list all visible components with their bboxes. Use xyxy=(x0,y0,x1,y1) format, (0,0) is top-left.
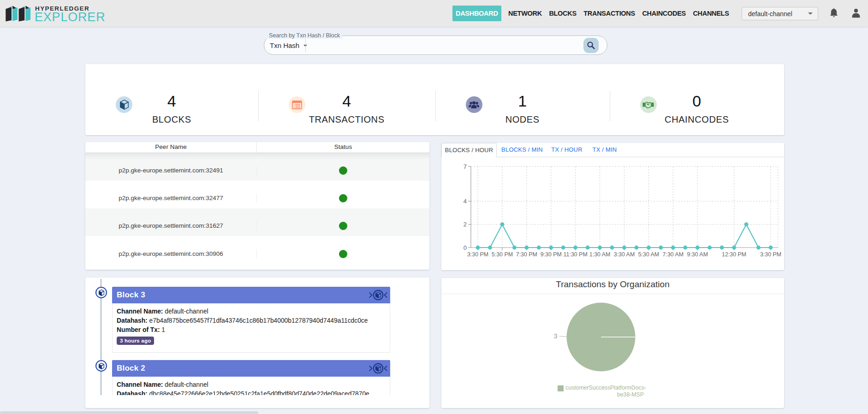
timeline-cube-badge-icon xyxy=(95,287,107,298)
svg-text:7:30 PM: 7:30 PM xyxy=(516,251,537,258)
pie-legend-label[interactable]: customerSuccessPlatformDocs-be38-MSP xyxy=(565,384,644,398)
block-card-header[interactable]: Block 2 xyxy=(112,360,390,377)
stat-divider xyxy=(258,91,259,121)
block-list-panel: Block 3Channel Name: default-channelData… xyxy=(85,278,429,408)
peer-name-cell: p2p.gke-europe.settlemint.com:32477 xyxy=(85,194,257,203)
stat-card-blocks: 4BLOCKS xyxy=(85,64,258,135)
svg-text:9:30 AM: 9:30 AM xyxy=(687,251,708,258)
nav-item-dashboard[interactable]: DASHBOARD xyxy=(452,6,501,21)
peer-name-column-header: Peer Name xyxy=(85,142,257,153)
stat-label-chaincodes: CHAINCODES xyxy=(642,114,752,124)
hyperledger-logo-icon xyxy=(6,5,31,24)
notifications-bell-icon[interactable] xyxy=(829,8,839,21)
peer-name-cell: p2p.gke-europe.settlemint.com:31627 xyxy=(85,221,257,231)
stats-summary-panel: 4BLOCKS 4TRANSACTIONS 1NODES 0CHAINCODES xyxy=(85,64,784,135)
stat-divider xyxy=(610,91,610,121)
svg-text:5:30 PM: 5:30 PM xyxy=(492,251,513,258)
stat-card-chaincodes: 0CHAINCODES xyxy=(610,64,784,135)
peer-table-row[interactable]: p2p.gke-europe.settlemint.com:32477 xyxy=(85,181,429,208)
chart-tab-blocks-min[interactable]: BLOCKS / MIN xyxy=(501,143,543,157)
stat-label-blocks: BLOCKS xyxy=(116,114,227,124)
stat-card-transactions: 4TRANSACTIONS xyxy=(258,64,435,135)
peer-status-cell xyxy=(257,221,429,231)
stat-value-transactions: 4 xyxy=(291,93,402,109)
block-card-body: Channel Name: default-channelDatahash: d… xyxy=(112,377,390,395)
status-up-dot-icon xyxy=(339,250,347,258)
stat-label-transactions: TRANSACTIONS xyxy=(291,114,402,124)
blocks-per-hour-line-chart: 02473:30 PM5:30 PM7:30 PM9:30 PM11:30 PM… xyxy=(441,157,784,270)
search-icon xyxy=(587,41,595,50)
nav-item-transactions[interactable]: TRANSACTIONS xyxy=(583,10,635,17)
svg-text:4: 4 xyxy=(464,198,467,205)
svg-text:5:30 AM: 5:30 AM xyxy=(638,251,659,258)
stat-value-chaincodes: 0 xyxy=(642,93,752,109)
stat-label-nodes: NODES xyxy=(467,114,578,124)
status-column-header: Status xyxy=(257,142,429,153)
status-up-dot-icon xyxy=(339,222,347,230)
block-channel-line: Channel Name: default-channel xyxy=(117,380,390,390)
nav-item-chaincodes[interactable]: CHAINCODES xyxy=(642,10,685,17)
main-navigation: DASHBOARDNETWORKBLOCKSTRANSACTIONSCHAINC… xyxy=(452,0,729,27)
peer-status-cell xyxy=(257,249,429,259)
svg-text:11:30 PM: 11:30 PM xyxy=(564,251,588,258)
top-navbar: HYPERLEDGER EXPLORER DASHBOARDNETWORKBLO… xyxy=(0,0,868,27)
block-channel-line: Channel Name: default-channel xyxy=(117,307,390,316)
svg-text:7:30 AM: 7:30 AM xyxy=(663,251,684,258)
channel-select[interactable]: default-channel xyxy=(742,7,818,20)
block-datahash-line: Datahash: e7b4af875bce65457f71dfa43746c1… xyxy=(117,316,390,325)
horizontal-scrollbar-thumb[interactable] xyxy=(0,411,258,414)
svg-text:3: 3 xyxy=(553,332,557,340)
transactions-by-org-panel: Transactions by Organization 3 customerS… xyxy=(441,278,784,408)
status-up-dot-icon xyxy=(339,194,347,202)
svg-text:12:30 PM: 12:30 PM xyxy=(722,251,746,258)
block-card-header[interactable]: Block 3 xyxy=(112,287,390,303)
svg-text:3:30 PM: 3:30 PM xyxy=(467,251,488,258)
status-up-dot-icon xyxy=(339,166,347,175)
search-divider xyxy=(305,38,306,52)
block-expand-cube-icon[interactable] xyxy=(368,289,389,303)
user-avatar-icon[interactable] xyxy=(851,8,861,21)
chart-tab-tx-min[interactable]: TX / MIN xyxy=(587,143,622,157)
stat-value-blocks: 4 xyxy=(116,93,227,109)
search-button[interactable] xyxy=(583,38,599,53)
stat-divider xyxy=(435,91,436,121)
block-numtx-line: Number of Tx: 1 xyxy=(117,325,390,335)
peer-name-cell: p2p.gke-europe.settlemint.com:32491 xyxy=(85,166,257,175)
peer-table-row[interactable]: p2p.gke-europe.settlemint.com:30906 xyxy=(85,237,429,264)
svg-text:9:30 PM: 9:30 PM xyxy=(541,251,562,258)
peer-status-cell xyxy=(257,194,429,203)
svg-text:0: 0 xyxy=(464,244,467,251)
search-input[interactable] xyxy=(310,36,578,54)
block-card-body: Channel Name: default-channelDatahash: e… xyxy=(112,303,390,353)
svg-text:3:30 AM: 3:30 AM xyxy=(614,251,635,258)
stat-value-nodes: 1 xyxy=(467,93,578,109)
nav-item-network[interactable]: NETWORK xyxy=(508,10,542,17)
block-age-badge: 3 hours ago xyxy=(117,337,154,345)
nav-item-channels[interactable]: CHANNELS xyxy=(693,10,729,17)
search-type-dropdown[interactable]: Txn Hash xyxy=(270,36,307,54)
channel-select-value: default-channel xyxy=(742,10,808,18)
peers-table-panel: Peer Name Status p2p.gke-europe.settlemi… xyxy=(85,142,429,270)
legend-swatch-icon xyxy=(558,385,564,391)
block-card-block-3: Block 3Channel Name: default-channelData… xyxy=(112,287,390,353)
svg-text:1:30 AM: 1:30 AM xyxy=(589,251,610,258)
block-title: Block 3 xyxy=(112,290,145,300)
timeline-cube-badge-icon xyxy=(95,360,107,372)
peer-table-row[interactable]: p2p.gke-europe.settlemint.com:31627 xyxy=(85,208,429,236)
chart-tab-tx-hour[interactable]: TX / HOUR xyxy=(547,143,586,157)
transactions-by-org-pie-chart: 3 xyxy=(441,278,784,392)
chart-tab-blocks-hour[interactable]: BLOCKS / HOUR xyxy=(441,143,497,157)
search-type-value: Txn Hash xyxy=(270,41,299,49)
search-legend-label: Search by Txn Hash / Block xyxy=(267,32,342,39)
svg-text:2: 2 xyxy=(464,221,467,228)
peer-table-row[interactable]: p2p.gke-europe.settlemint.com:32491 xyxy=(85,153,429,181)
blocks-per-hour-chart-panel: BLOCKS / HOURBLOCKS / MINTX / HOURTX / M… xyxy=(441,143,784,270)
peer-name-cell: p2p.gke-europe.settlemint.com:30906 xyxy=(85,249,257,259)
block-list-scroll-area[interactable]: Block 3Channel Name: default-channelData… xyxy=(85,278,429,395)
block-expand-cube-icon[interactable] xyxy=(368,362,389,376)
stat-card-nodes: 1NODES xyxy=(435,64,610,135)
svg-text:7: 7 xyxy=(464,163,467,170)
nav-item-blocks[interactable]: BLOCKS xyxy=(549,10,576,17)
peer-status-cell xyxy=(257,166,429,175)
block-card-block-2: Block 2Channel Name: default-channelData… xyxy=(112,360,390,395)
